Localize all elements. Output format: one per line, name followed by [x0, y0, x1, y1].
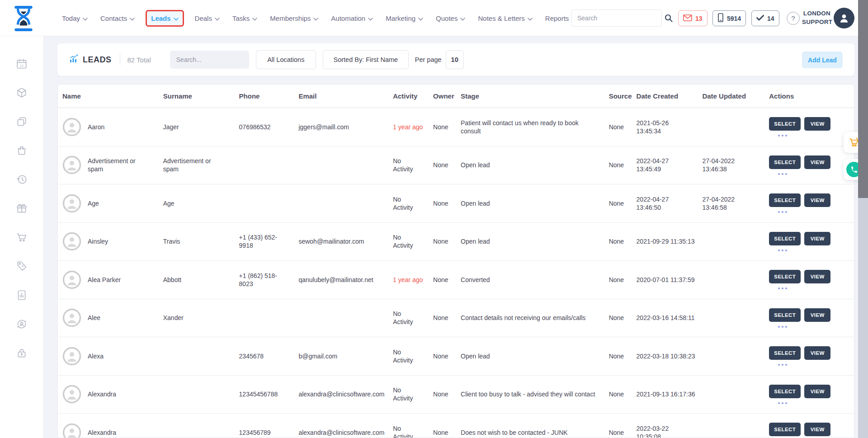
app-logo-icon[interactable] — [12, 5, 35, 32]
cart-icon[interactable] — [16, 231, 28, 243]
customer-sync-icon[interactable] — [16, 318, 28, 330]
select-button[interactable]: SELECT — [769, 423, 801, 436]
view-button[interactable]: VIEW — [804, 117, 830, 131]
more-actions-icon[interactable] — [778, 402, 787, 404]
select-button[interactable]: SELECT — [769, 193, 801, 207]
lead-source: None — [609, 276, 637, 284]
add-lead-button[interactable]: Add Lead — [802, 52, 843, 68]
select-button[interactable]: SELECT — [769, 117, 801, 131]
column-header-phone: Phone — [239, 92, 299, 100]
history-icon[interactable] — [16, 174, 28, 185]
mail-icon — [683, 14, 692, 23]
select-button[interactable]: SELECT — [769, 385, 801, 398]
lead-stage: Open lead — [461, 352, 609, 360]
lead-owner: None — [433, 429, 461, 437]
view-button[interactable]: VIEW — [804, 423, 830, 436]
page-scrollbar — [858, 0, 868, 438]
nav-tasks[interactable]: Tasks — [231, 11, 259, 26]
help-icon[interactable]: ? — [787, 12, 800, 25]
search-icon[interactable] — [665, 14, 673, 22]
nav-automation[interactable]: Automation — [329, 11, 375, 26]
per-page-select[interactable]: 10 — [446, 50, 464, 69]
nav-deals[interactable]: Deals — [193, 11, 222, 26]
view-button[interactable]: VIEW — [804, 308, 830, 322]
view-button[interactable]: VIEW — [804, 346, 830, 360]
lead-activity: No Activity — [393, 424, 433, 438]
user-name-line1: LONDON — [802, 9, 832, 18]
copy-icon[interactable] — [16, 116, 28, 127]
mail-badge[interactable]: 13 — [678, 10, 708, 26]
more-actions-icon[interactable] — [778, 135, 787, 137]
view-button[interactable]: VIEW — [804, 232, 830, 245]
calendar-icon[interactable]: 12 — [16, 58, 28, 70]
column-header-surname: Surname — [163, 92, 239, 100]
table-row: Alee Xander No Activity None Contact det… — [58, 299, 854, 338]
user-name: LONDON SUPPORT — [802, 9, 832, 26]
tasks-badge[interactable]: 14 — [751, 10, 779, 26]
view-button[interactable]: VIEW — [804, 155, 830, 169]
column-header-email: Email — [298, 92, 393, 100]
chevron-down-icon — [313, 14, 318, 22]
nav-notes-letters[interactable]: Notes & Letters — [476, 11, 534, 26]
more-actions-icon[interactable] — [778, 287, 787, 289]
column-header-source: Source — [609, 92, 637, 100]
lead-phone: 2345678 — [239, 352, 299, 360]
view-button[interactable]: VIEW — [804, 193, 830, 207]
avatar — [62, 194, 81, 213]
nav-contacts[interactable]: Contacts — [99, 11, 137, 26]
column-header-date-updated: Date Updated — [702, 92, 769, 100]
lead-stage: Client too busy to talk - advised they w… — [461, 390, 609, 398]
shopping-bag-icon[interactable] — [16, 145, 28, 156]
view-button[interactable]: VIEW — [804, 270, 830, 283]
more-actions-icon[interactable] — [778, 364, 787, 366]
nav-leads[interactable]: Leads — [146, 10, 184, 27]
lock-case-icon[interactable] — [16, 347, 28, 359]
gift-icon[interactable] — [16, 203, 28, 214]
phone-badge[interactable]: 5914 — [712, 10, 746, 26]
more-actions-icon[interactable] — [778, 211, 787, 213]
package-icon[interactable] — [16, 87, 28, 99]
leads-search-input[interactable] — [176, 56, 258, 63]
nav-label: Tasks — [232, 14, 250, 22]
select-button[interactable]: SELECT — [769, 308, 801, 322]
lead-name: Alea Parker — [88, 276, 163, 284]
scrollbar-thumb[interactable] — [858, 0, 868, 198]
column-header-activity: Activity — [393, 92, 433, 100]
lead-date-created: 2022-03-22 10:35:08 — [637, 424, 703, 438]
lead-source: None — [609, 237, 637, 245]
lead-activity: No Activity — [393, 195, 433, 212]
mail-count: 13 — [695, 15, 703, 22]
lead-name: Alee — [88, 314, 163, 322]
more-actions-icon[interactable] — [778, 326, 787, 328]
view-button[interactable]: VIEW — [804, 385, 830, 398]
sort-filter[interactable]: Sorted By: First Name — [323, 50, 409, 69]
nav-marketing[interactable]: Marketing — [384, 11, 425, 26]
more-actions-icon[interactable] — [778, 250, 787, 251]
price-tag-icon[interactable]: $ — [16, 260, 28, 272]
lead-name: Ainsley — [88, 237, 163, 245]
select-button[interactable]: SELECT — [769, 155, 801, 169]
select-button[interactable]: SELECT — [769, 346, 801, 360]
user-avatar[interactable] — [834, 8, 854, 28]
leads-chart-icon — [69, 54, 78, 65]
lead-source: None — [609, 199, 637, 207]
lead-activity: No Activity — [393, 233, 433, 250]
lead-source: None — [609, 390, 637, 398]
main-nav: TodayContactsLeadsDealsTasksMembershipsA… — [60, 0, 605, 36]
global-search-input[interactable] — [572, 14, 665, 22]
lead-email: sewoh@mailinator.com — [298, 237, 393, 245]
nav-label: Marketing — [386, 14, 415, 22]
select-button[interactable]: SELECT — [769, 232, 801, 245]
nav-memberships[interactable]: Memberships — [268, 11, 320, 26]
lead-email: alexandra@clinicsoftware.com — [298, 429, 393, 437]
location-filter[interactable]: All Locations — [256, 50, 316, 69]
more-actions-icon[interactable] — [778, 173, 787, 175]
lead-stage: Open lead — [461, 161, 609, 169]
select-button[interactable]: SELECT — [769, 270, 801, 283]
nav-today[interactable]: Today — [60, 11, 90, 26]
lead-email: jggers@maill.com — [298, 123, 393, 131]
nav-quotes[interactable]: Quotes — [434, 11, 467, 26]
lead-stage: Contact details not receiving our emails… — [461, 314, 609, 322]
table-row: Alea Parker Abbott +1 (862) 518- 8023 qa… — [58, 261, 854, 299]
report-icon[interactable] — [16, 289, 28, 301]
